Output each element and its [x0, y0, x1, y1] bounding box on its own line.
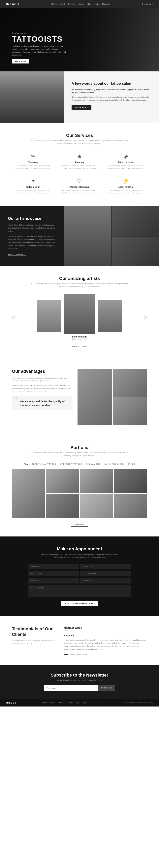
- book-appointment-button[interactable]: BOOK AN APPOINTMENT NOW: [61, 601, 98, 606]
- services-grid: ✏ Tattooing In accumsan elit est non lor…: [12, 151, 147, 196]
- pinterest-icon[interactable]: p: [152, 3, 153, 5]
- service-desc-4: In accumsan elit est non lorem, consecte…: [60, 189, 99, 194]
- about-person-photo: [0, 71, 63, 123]
- service-design: ✦ Tattoo design In accumsan elit est non…: [12, 176, 54, 196]
- testimonials-section: Testimonials of Our Clients In offering …: [0, 616, 159, 664]
- footer-nav-services[interactable]: Services: [57, 702, 64, 704]
- coverup-icon: ◈: [107, 153, 145, 159]
- artist-role: Expert Tattoo Artist: [63, 338, 96, 340]
- hero-cta-button[interactable]: READ MORE: [12, 59, 29, 63]
- artists-carousel: ‹ Sam Williams Expert Tattoo Artist ›: [8, 294, 151, 340]
- showcase-title: Our art showcase: [8, 216, 56, 221]
- nav-home[interactable]: Home: [51, 3, 57, 5]
- nav-dot-3[interactable]: [76, 654, 81, 655]
- portfolio-item-3[interactable]: [80, 469, 113, 493]
- filter-blackwhite[interactable]: BLACK AND WHITE: [105, 463, 124, 465]
- testimonials-layout: Testimonials of Our Clients In offering …: [12, 626, 147, 655]
- hero-subtitle: Professional: [12, 32, 68, 34]
- showcase-link[interactable]: SEE ALL WORKS →: [8, 254, 26, 256]
- service-name-2: Tattoo cover up: [107, 161, 145, 163]
- artist-photo-left: [37, 300, 61, 332]
- artist-photo-main: [63, 294, 96, 334]
- showcase-img-bottom: [111, 237, 159, 266]
- about-title: A few words about our tattoo salon: [72, 81, 151, 86]
- advantages-title: Our advantages: [12, 369, 72, 374]
- tattoo-icon: ✏: [14, 153, 52, 159]
- filter-minimalistic[interactable]: MINIMALISTIC: [86, 463, 101, 465]
- portfolio-view-all-button[interactable]: VIEW ALL: [71, 522, 88, 527]
- facebook-icon[interactable]: f: [142, 3, 143, 5]
- gplus-icon[interactable]: g+: [146, 3, 148, 5]
- date-input[interactable]: [28, 578, 79, 584]
- subscribe-button[interactable]: SUBSCRIBE: [98, 685, 115, 691]
- testimonials-left: Testimonials of Our Clients In offering …: [12, 626, 56, 655]
- footer-nav-contacts[interactable]: Contacts: [90, 702, 97, 704]
- location-select[interactable]: Pick a location: [28, 571, 79, 576]
- services-subtitle: We are really proud of our services whic…: [30, 139, 129, 145]
- footer-nav-home[interactable]: Home: [43, 702, 47, 704]
- portfolio-item-7[interactable]: [114, 494, 147, 518]
- footer-nav-about[interactable]: About: [50, 702, 55, 704]
- service-name-3: Tattoo design: [14, 186, 52, 188]
- comments-textarea[interactable]: [28, 585, 131, 597]
- hero-title: TATTOOISTS: [12, 35, 68, 43]
- hero-text: Our highly qualified team of tattooists …: [12, 45, 68, 56]
- linkedin-icon[interactable]: in: [149, 3, 151, 5]
- nav-about[interactable]: About: [59, 3, 64, 5]
- portfolio-item-1[interactable]: [12, 469, 45, 518]
- nav-dot-1[interactable]: [63, 654, 69, 655]
- form-row-2: Pick a location Choose an artist: [28, 571, 131, 576]
- filter-all[interactable]: ALL: [24, 463, 28, 465]
- footer-nav-blog[interactable]: Blog: [76, 702, 79, 704]
- portfolio-item-4[interactable]: [114, 469, 147, 493]
- makeup-icon: ♡: [60, 178, 99, 184]
- site-logo[interactable]: INKASO: [6, 2, 19, 5]
- service-desc-1: In accumsan elit est non lorem, consecte…: [60, 165, 99, 170]
- portfolio-item-5[interactable]: [46, 494, 79, 518]
- carousel-next-button[interactable]: ›: [144, 315, 149, 319]
- testimonials-right: Michael Wood Client ★★★★★ It there was a…: [63, 626, 147, 655]
- nav-services[interactable]: Services: [68, 3, 75, 5]
- artist-select[interactable]: Choose an artist: [80, 571, 131, 576]
- design-icon: ✦: [14, 178, 52, 184]
- footer-nav-gallery[interactable]: Gallery: [67, 702, 73, 704]
- advantages-text1: For over 20 years of constant improvemen…: [12, 377, 72, 382]
- laser-icon: ⚡: [107, 178, 145, 184]
- showcase-img-main: [63, 206, 111, 266]
- testimonials-section-title: Testimonials of Our Clients: [12, 626, 56, 638]
- service-tattooing: ✏ Tattooing In accumsan elit est non lor…: [12, 151, 54, 172]
- name-input[interactable]: [28, 564, 79, 569]
- service-desc-2: In accumsan elit est non lorem, consecte…: [107, 165, 145, 170]
- newsletter-form: SUBSCRIBE: [44, 685, 115, 691]
- nav-dot-2[interactable]: [70, 654, 75, 655]
- footer-nav-pages[interactable]: Pages: [82, 702, 87, 704]
- nav-pages[interactable]: Pages: [94, 3, 99, 5]
- site-footer: inkaso Home About Services Gallery Blog …: [0, 699, 159, 707]
- email-input[interactable]: [44, 685, 98, 691]
- twitter-icon[interactable]: t: [144, 3, 144, 5]
- nav-gallery[interactable]: Gallery: [78, 3, 84, 5]
- filter-ornament[interactable]: ORNAMENT TATTOOS: [60, 463, 82, 465]
- nav-dot-4[interactable]: [83, 654, 87, 655]
- artist-name: Sam Williams: [63, 335, 96, 338]
- view-team-button[interactable]: VIEW ALL TEAM: [68, 344, 91, 349]
- nav-blog[interactable]: Blog: [87, 3, 91, 5]
- nav-contacts[interactable]: Contacts: [102, 3, 110, 5]
- newsletter-title: Subscribe to the Newsletter: [12, 673, 147, 678]
- advantages-section: Our advantages For over 20 years of cons…: [0, 359, 159, 435]
- filter-traditional[interactable]: TRADITIONAL TATTOOS: [32, 463, 56, 465]
- services-title: Our Services: [12, 133, 147, 138]
- newsletter-subtitle: Be the first to know about our promotion…: [12, 679, 147, 681]
- about-cta-button[interactable]: LEARN MORE: [72, 105, 91, 110]
- time-input[interactable]: [80, 578, 131, 584]
- advantages-layout: Our advantages For over 20 years of cons…: [12, 369, 147, 425]
- newsletter-section: Subscribe to the Newsletter Be the first…: [0, 664, 159, 699]
- phone-input[interactable]: [80, 564, 131, 569]
- carousel-prev-button[interactable]: ‹: [10, 315, 15, 319]
- filter-other[interactable]: OTHER: [128, 463, 135, 465]
- artists-title: Our amazing artists: [8, 276, 151, 281]
- form-row-1: [28, 564, 131, 569]
- portfolio-item-6[interactable]: [80, 494, 113, 518]
- portfolio-item-2[interactable]: [46, 469, 79, 493]
- service-name-5: Laser removal: [107, 186, 145, 188]
